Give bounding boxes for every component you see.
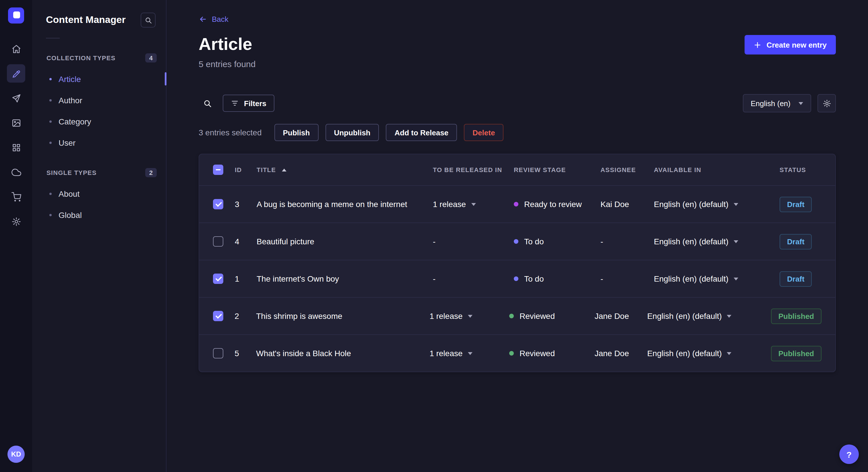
row-checkbox[interactable] xyxy=(213,199,223,209)
table-row[interactable]: 2 This shrimp is awesome 1 release Revie… xyxy=(199,297,835,334)
marketplace-icon-button[interactable] xyxy=(7,188,25,206)
review-stage-dot xyxy=(514,276,518,281)
sidebar-item-label: Category xyxy=(59,117,91,126)
table-row[interactable]: 5 What's inside a Black Hole 1 release R… xyxy=(199,334,835,372)
image-icon xyxy=(11,118,21,128)
assignee-cell: Kai Doe xyxy=(600,200,654,209)
search-icon xyxy=(203,99,212,107)
review-stage-cell: To do xyxy=(514,274,600,283)
assignee-cell: - xyxy=(600,274,654,283)
filters-button[interactable]: Filters xyxy=(223,95,274,112)
assignee-cell: - xyxy=(600,237,654,246)
table-row[interactable]: 1 The internet's Own boy - To do - Engli… xyxy=(199,260,835,297)
row-checkbox[interactable] xyxy=(213,311,223,321)
create-new-entry-label: Create new entry xyxy=(766,40,827,49)
column-header-release: TO BE RELEASED IN xyxy=(433,166,514,173)
row-checkbox[interactable] xyxy=(213,236,223,247)
row-title: What's inside a Black Hole xyxy=(256,349,429,358)
available-in-dropdown[interactable]: English (en) (default) xyxy=(647,311,771,321)
bullet-icon xyxy=(50,141,52,144)
bullet-icon xyxy=(50,78,52,80)
back-arrow-icon xyxy=(198,15,207,24)
available-in-dropdown[interactable]: English (en) (default) xyxy=(647,349,771,358)
sidebar-title: Content Manager xyxy=(46,14,126,26)
collection-types-count-badge: 4 xyxy=(145,53,157,63)
review-stage-dot xyxy=(509,314,514,318)
main-content: Back Article 5 entries found Create new … xyxy=(166,0,868,472)
status-badge: Published xyxy=(771,308,822,324)
table-row[interactable]: 4 Beautiful picture - To do - English (e… xyxy=(199,223,835,260)
single-types-section: SINGLE TYPES 2 About Global xyxy=(32,168,166,225)
sidebar-item-about[interactable]: About xyxy=(32,183,166,204)
bullet-icon xyxy=(50,193,52,195)
row-id: 5 xyxy=(235,349,256,358)
unpublish-button[interactable]: Unpublish xyxy=(325,124,379,141)
help-button[interactable]: ? xyxy=(839,444,859,464)
chevron-down-icon xyxy=(468,352,472,355)
column-header-assignee: ASSIGNEE xyxy=(600,166,654,173)
sidebar-item-global[interactable]: Global xyxy=(32,204,166,225)
delete-button[interactable]: Delete xyxy=(464,124,503,141)
home-icon xyxy=(11,44,21,54)
bullet-icon xyxy=(50,214,52,216)
strapi-logo-icon xyxy=(13,11,20,19)
release-dropdown[interactable]: 1 release xyxy=(433,200,514,209)
available-in-dropdown[interactable]: English (en) (default) xyxy=(654,200,780,209)
sidebar-item-label: About xyxy=(59,189,80,198)
cloud-icon xyxy=(11,167,21,177)
content-type-builder-icon-button[interactable] xyxy=(7,138,25,157)
add-to-release-button[interactable]: Add to Release xyxy=(386,124,457,141)
sidebar-item-user[interactable]: User xyxy=(32,132,166,153)
review-stage-cell: Reviewed xyxy=(509,311,594,321)
available-in-dropdown[interactable]: English (en) (default) xyxy=(654,274,780,283)
sidebar-item-category[interactable]: Category xyxy=(32,111,166,132)
status-badge: Published xyxy=(771,345,822,361)
review-stage-cell: Reviewed xyxy=(509,349,594,358)
create-new-entry-button[interactable]: Create new entry xyxy=(745,35,836,55)
row-checkbox[interactable] xyxy=(213,274,223,284)
search-button[interactable] xyxy=(198,95,216,112)
column-header-title[interactable]: TITLE xyxy=(257,166,433,173)
sidebar-item-author[interactable]: Author xyxy=(32,90,166,111)
back-link[interactable]: Back xyxy=(198,15,228,24)
sidebar-item-label: User xyxy=(59,138,75,147)
collection-types-section: COLLECTION TYPES 4 Article Author Catego… xyxy=(32,53,166,153)
publish-button[interactable]: Publish xyxy=(274,124,318,141)
row-checkbox[interactable] xyxy=(213,348,223,359)
nav-rail: KD xyxy=(0,0,32,472)
cloud-icon-button[interactable] xyxy=(7,163,25,181)
table-row[interactable]: 3 A bug is becoming a meme on the intern… xyxy=(199,185,835,223)
avatar[interactable]: KD xyxy=(7,446,25,463)
selection-count-text: 3 entries selected xyxy=(198,128,261,137)
home-icon-button[interactable] xyxy=(7,40,25,58)
section-label: COLLECTION TYPES xyxy=(46,55,115,61)
release-dropdown[interactable]: - xyxy=(433,237,514,246)
select-all-checkbox[interactable] xyxy=(213,165,223,175)
bulk-actions-bar: 3 entries selected Publish Unpublish Add… xyxy=(198,124,836,141)
strapi-logo[interactable] xyxy=(8,7,24,24)
search-icon xyxy=(144,16,152,24)
settings-icon-button[interactable] xyxy=(7,212,25,231)
review-stage-cell: To do xyxy=(514,237,600,246)
release-dropdown[interactable]: 1 release xyxy=(429,349,509,358)
sidebar-item-label: Global xyxy=(59,210,82,220)
releases-icon-button[interactable] xyxy=(7,89,25,107)
status-badge: Draft xyxy=(780,196,812,212)
release-dropdown[interactable]: - xyxy=(433,274,514,283)
media-library-icon-button[interactable] xyxy=(7,113,25,132)
column-header-status: STATUS xyxy=(780,166,835,173)
sidebar-search-button[interactable] xyxy=(141,12,156,28)
sidebar-item-article[interactable]: Article xyxy=(32,68,166,90)
gear-icon xyxy=(823,99,831,107)
release-dropdown[interactable]: 1 release xyxy=(429,311,509,321)
content-manager-icon-button[interactable] xyxy=(7,64,25,82)
chevron-down-icon xyxy=(734,240,738,243)
available-in-dropdown[interactable]: English (en) (default) xyxy=(654,237,780,246)
locale-select[interactable]: English (en) xyxy=(743,94,811,112)
review-stage-dot xyxy=(514,239,518,244)
view-settings-button[interactable] xyxy=(817,94,836,112)
column-header-id[interactable]: ID xyxy=(235,166,257,173)
chevron-down-icon xyxy=(734,277,738,280)
question-mark-icon: ? xyxy=(846,449,851,459)
entries-count: 5 entries found xyxy=(198,59,256,69)
